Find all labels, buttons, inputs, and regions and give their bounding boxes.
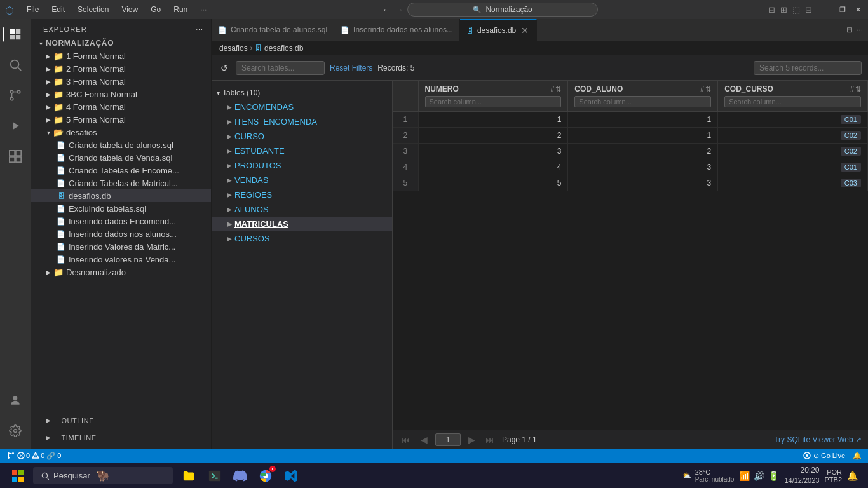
menu-more[interactable]: ··· <box>195 4 212 15</box>
activity-search[interactable] <box>3 52 28 78</box>
split-editor-icon[interactable]: ⊟ <box>768 5 775 15</box>
git-branch-icon[interactable]: ✕ 0 ! 0 🔗 0 <box>6 451 61 460</box>
activity-explorer[interactable] <box>3 22 28 47</box>
tables-header[interactable]: ▾ Tables (10) <box>212 86 392 100</box>
timeline-section[interactable]: ▶ TIMELINE <box>31 429 211 446</box>
global-search-bar[interactable]: 🔍 Normalização <box>407 3 598 17</box>
taskbar-terminal[interactable] <box>203 464 226 487</box>
cod-curso-sort-icon[interactable]: ⇅ <box>855 85 861 93</box>
sidebar-item-desafios[interactable]: ▾ 📂 desafios <box>31 126 211 139</box>
tab-criando-alunos[interactable]: 📄 Criando tabela de alunos.sql <box>212 19 334 41</box>
table-item-estudante[interactable]: ▶ ESTUDANTE <box>212 144 392 158</box>
sidebar-item-criando-encome[interactable]: 📄 Criando Tabelas de Encome... <box>31 164 211 177</box>
sidebar-item-criando-alunos[interactable]: 📄 Criando tabela de alunos.sql <box>31 139 211 151</box>
cod-aluno-search-input[interactable] <box>574 96 711 107</box>
sidebar-item-1forma[interactable]: ▶ 📁 1 Forma Normal <box>31 50 211 62</box>
numero-1: 1 <box>418 112 568 128</box>
sidebar-item-3bc[interactable]: ▶ 📁 3BC Forma Normal <box>31 88 211 100</box>
nav-last-btn[interactable]: ⏭ <box>483 433 497 446</box>
sidebar-item-criando-matricul[interactable]: 📄 Criando Tabelas de Matricul... <box>31 177 211 189</box>
activity-profile[interactable] <box>3 388 28 413</box>
panel-icon[interactable]: ⬚ <box>792 5 800 15</box>
file-icon-criando-alunos: 📄 <box>56 140 66 150</box>
menu-selection[interactable]: Selection <box>72 4 114 15</box>
taskbar-vscode[interactable] <box>280 464 302 487</box>
sidebar-item-excluindo[interactable]: 📄 Excluindo tabelas.sql <box>31 202 211 215</box>
breadcrumb-desafios[interactable]: desafios <box>219 44 248 53</box>
menu-file[interactable]: File <box>22 4 44 15</box>
table-item-encomendas[interactable]: ▶ ENCOMENDAS <box>212 100 392 114</box>
notification-bell-taskbar[interactable]: 🔔 <box>847 471 858 481</box>
tab-desafios-db-close[interactable]: ✕ <box>520 25 530 36</box>
cod-aluno-sort-icon[interactable]: ⇅ <box>705 85 711 93</box>
customize-layout-icon[interactable]: ⊟ <box>805 5 812 15</box>
restore-btn[interactable]: ❐ <box>837 4 848 15</box>
sidebar-item-normalizacao[interactable]: ▾ NORMALIZAÇÃO <box>31 37 211 50</box>
sidebar-item-3forma[interactable]: ▶ 📁 3 Forma Normal <box>31 75 211 88</box>
activity-extensions[interactable] <box>3 144 28 169</box>
numero-sort-icon[interactable]: ⇅ <box>555 85 561 93</box>
menu-edit[interactable]: Edit <box>46 4 70 15</box>
table-item-curso[interactable]: ▶ CURSO <box>212 129 392 144</box>
search-records-input[interactable] <box>754 61 862 75</box>
sqlite-viewer-link[interactable]: Try SQLite Viewer Web ↗ <box>774 435 862 444</box>
refresh-btn[interactable]: ↺ <box>218 60 231 76</box>
2forma-label: 2 Forma Normal <box>66 64 126 74</box>
taskbar-discord[interactable] <box>229 464 252 487</box>
clock[interactable]: 20:20 14/12/2023 <box>784 465 819 485</box>
notification-btn[interactable]: 🔔 <box>853 452 862 460</box>
tab-inserindo-dados[interactable]: 📄 Inserindo dados nos alunos... <box>334 19 460 41</box>
taskbar-search-bar[interactable]: Pesquisar 🦬 <box>33 467 173 484</box>
start-button[interactable] <box>5 466 31 486</box>
sidebar-item-4forma[interactable]: ▶ 📁 4 Forma Normal <box>31 100 211 113</box>
table-item-alunos[interactable]: ▶ ALUNOS <box>212 202 392 217</box>
activity-run-debug[interactable] <box>3 113 28 139</box>
table-item-vendas[interactable]: ▶ VENDAS <box>212 173 392 187</box>
sidebar-more-btn[interactable]: ··· <box>196 25 203 33</box>
nav-back-btn[interactable]: ← <box>382 4 391 15</box>
nav-prev-btn[interactable]: ◀ <box>418 433 430 446</box>
minimize-btn[interactable]: ─ <box>822 4 832 15</box>
cod-curso-col-name: COD_CURSO <box>724 85 773 93</box>
sidebar-item-inserindo-venda[interactable]: 📄 Inserindo valores na Venda... <box>31 253 211 266</box>
nav-fwd-btn[interactable]: → <box>395 4 403 15</box>
sidebar-item-2forma[interactable]: ▶ 📁 2 Forma Normal <box>31 62 211 75</box>
tab-desafios-db[interactable]: 🗄 desafios.db ✕ <box>460 19 537 41</box>
table-row: 5 5 3 C03 <box>393 175 868 191</box>
split-editor-btn[interactable]: ⊟ <box>846 25 853 34</box>
nav-first-btn[interactable]: ⏮ <box>399 433 413 446</box>
table-item-produtos[interactable]: ▶ PRODUTOS <box>212 158 392 173</box>
outline-section[interactable]: ▶ OUTLINE <box>31 412 211 429</box>
table-item-itens-encomenda[interactable]: ▶ ITENS_ENCOMENDA <box>212 114 392 129</box>
sidebar-item-5forma[interactable]: ▶ 📁 5 Forma Normal <box>31 113 211 126</box>
taskbar-chrome[interactable]: • <box>254 464 277 487</box>
activity-source-control[interactable] <box>3 83 28 108</box>
sidebar-item-inserindo-alunos[interactable]: 📄 Inserindo dados nos alunos... <box>31 227 211 240</box>
cod-curso-col-icons: # ⇅ <box>850 85 861 93</box>
sidebar-item-desafios-db[interactable]: 🗄 desafios.db <box>31 189 211 202</box>
encomendas-label: ENCOMENDAS <box>234 102 294 112</box>
sidebar-item-criando-venda[interactable]: 📄 Criando tabela de Venda.sql <box>31 151 211 164</box>
close-btn[interactable]: ✕ <box>853 4 863 15</box>
tab-actions-more[interactable]: ··· <box>857 25 863 34</box>
go-live-btn[interactable]: ⊙ Go Live <box>803 452 845 460</box>
taskbar-file-explorer[interactable] <box>178 464 201 487</box>
nav-next-btn[interactable]: ▶ <box>466 433 478 446</box>
criando-encome-label: Criando Tabelas de Encome... <box>69 166 179 175</box>
sidebar-item-inserindo-encomend[interactable]: 📄 Inserindo dados Encomend... <box>31 215 211 227</box>
sidebar-item-inserindo-matric[interactable]: 📄 Inserindo Valores da Matric... <box>31 240 211 253</box>
page-input[interactable] <box>435 433 461 446</box>
table-item-matriculas[interactable]: ▶ MATRICULAS <box>212 217 392 231</box>
table-item-cursos[interactable]: ▶ CURSOS <box>212 231 392 246</box>
search-tables-input[interactable] <box>236 61 325 75</box>
cod-curso-search-input[interactable] <box>724 96 861 107</box>
menu-view[interactable]: View <box>116 4 143 15</box>
numero-search-input[interactable] <box>425 96 562 107</box>
menu-run[interactable]: Run <box>168 4 193 15</box>
menu-go[interactable]: Go <box>146 4 166 15</box>
sidebar-item-desnormalizado[interactable]: ▶ 📁 Desnormalizado <box>31 266 211 278</box>
table-item-regioes[interactable]: ▶ REGIOES <box>212 187 392 202</box>
layout-icon[interactable]: ⊞ <box>780 5 787 15</box>
activity-settings[interactable] <box>3 418 28 444</box>
reset-filters-btn[interactable]: Reset Filters <box>330 64 372 72</box>
